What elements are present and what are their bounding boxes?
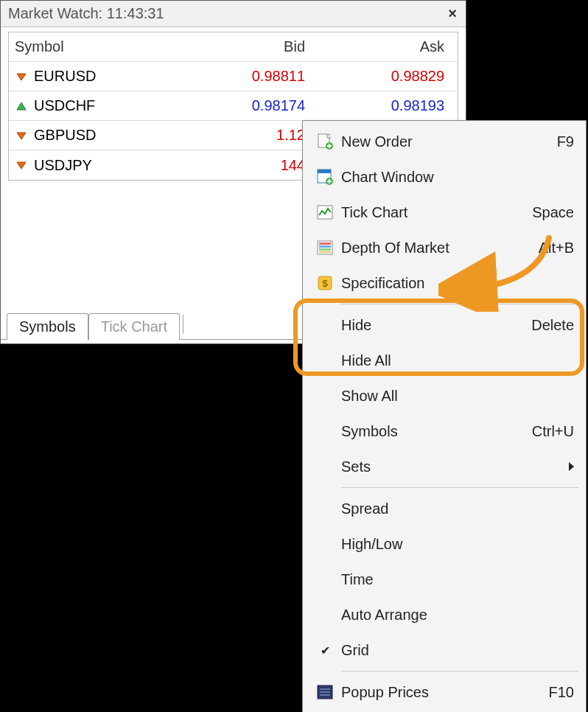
menu-label: Chart Window: [341, 169, 574, 186]
menu-hide[interactable]: Hide Delete: [304, 307, 584, 343]
menu-high-low[interactable]: High/Low: [304, 526, 584, 562]
header-bid[interactable]: Bid: [171, 38, 318, 55]
menu-shortcut: Ctrl+U: [532, 423, 574, 440]
symbol-label: EURUSD: [34, 68, 96, 85]
bid-value: 144: [171, 157, 318, 174]
svg-rect-7: [318, 170, 331, 173]
menu-show-all[interactable]: Show All: [304, 378, 584, 413]
menu-specification[interactable]: $ Specification: [304, 265, 584, 301]
checkmark-icon: ✔: [309, 643, 341, 657]
bid-value: 1.12: [171, 127, 318, 144]
header-ask[interactable]: Ask: [318, 38, 458, 55]
tab-bar: Symbols Tick Chart: [7, 310, 186, 339]
menu-label: New Order: [341, 133, 557, 150]
menu-label: Tick Chart: [341, 204, 532, 221]
menu-tick-chart[interactable]: Tick Chart Space: [304, 195, 584, 230]
svg-marker-0: [17, 74, 26, 80]
new-order-icon: [309, 133, 341, 150]
menu-label: Sets: [341, 458, 563, 475]
titlebar: Market Watch: 11:43:31 ×: [1, 1, 466, 27]
tab-symbols[interactable]: Symbols: [7, 313, 88, 340]
table-header: Symbol Bid Ask: [9, 32, 458, 62]
chart-window-icon: [309, 168, 341, 186]
context-menu: New Order F9 Chart Window Tick Chart Spa…: [302, 120, 587, 712]
menu-hide-all[interactable]: Hide All: [304, 343, 584, 378]
header-symbol[interactable]: Symbol: [9, 38, 171, 55]
svg-rect-14: [319, 251, 331, 253]
symbol-label: USDJPY: [34, 157, 92, 174]
svg-rect-13: [319, 248, 331, 251]
bid-value: 0.98811: [171, 68, 318, 85]
symbol-label: GBPUSD: [34, 127, 96, 144]
menu-label: Time: [341, 571, 574, 588]
menu-label: Show All: [341, 388, 574, 405]
menu-popup-prices[interactable]: Popup Prices F10: [304, 674, 584, 710]
svg-text:$: $: [322, 278, 328, 289]
svg-marker-3: [17, 162, 26, 169]
panel-title: Market Watch: 11:43:31: [8, 5, 164, 22]
menu-label: Spread: [341, 500, 574, 517]
ask-value: 0.98193: [318, 97, 458, 114]
close-icon[interactable]: ×: [445, 5, 460, 22]
table-row[interactable]: EURUSD 0.98811 0.98829: [9, 62, 458, 91]
arrow-down-icon: [15, 129, 28, 142]
menu-shortcut: F10: [549, 684, 574, 701]
menu-label: Auto Arrange: [341, 607, 574, 624]
arrow-down-icon: [15, 70, 28, 83]
menu-label: High/Low: [341, 536, 574, 553]
svg-rect-12: [319, 245, 331, 248]
tick-chart-icon: [309, 203, 341, 221]
menu-shortcut: Delete: [531, 317, 574, 334]
svg-marker-1: [17, 102, 26, 110]
menu-separator: [341, 304, 578, 304]
menu-shortcut: F9: [557, 133, 574, 150]
menu-grid[interactable]: ✔ Grid: [304, 632, 584, 668]
arrow-down-icon: [15, 158, 28, 172]
tab-separator: [183, 315, 183, 334]
menu-auto-arrange[interactable]: Auto Arrange: [304, 597, 584, 632]
table-row[interactable]: USDCHF 0.98174 0.98193: [9, 91, 458, 121]
menu-new-order[interactable]: New Order F9: [304, 124, 584, 159]
menu-label: Grid: [341, 642, 574, 659]
svg-rect-11: [319, 242, 331, 245]
menu-label: Popup Prices: [341, 684, 549, 701]
menu-label: Hide All: [341, 352, 574, 369]
ask-value: 0.98829: [318, 68, 458, 85]
popup-prices-icon: [309, 683, 341, 701]
arrow-up-icon: [15, 100, 28, 113]
menu-spread[interactable]: Spread: [304, 491, 584, 526]
menu-chart-window[interactable]: Chart Window: [304, 159, 584, 195]
menu-separator: [341, 671, 578, 671]
symbol-label: USDCHF: [34, 97, 95, 114]
menu-label: Depth Of Market: [341, 240, 539, 256]
menu-symbols[interactable]: Symbols Ctrl+U: [304, 413, 584, 449]
svg-marker-2: [17, 133, 26, 139]
menu-label: Hide: [341, 317, 531, 334]
menu-separator: [341, 487, 578, 488]
menu-depth-of-market[interactable]: Depth Of Market Alt+B: [304, 230, 584, 265]
menu-sets[interactable]: Sets: [304, 449, 584, 484]
menu-shortcut: Space: [532, 204, 574, 221]
tab-tick-chart[interactable]: Tick Chart: [88, 313, 180, 340]
submenu-arrow-icon: [569, 462, 574, 471]
menu-shortcut: Alt+B: [539, 240, 574, 256]
menu-label: Specification: [341, 275, 574, 292]
depth-icon: [309, 239, 341, 256]
specification-icon: $: [309, 274, 341, 292]
bid-value: 0.98174: [171, 97, 318, 114]
menu-time[interactable]: Time: [304, 562, 584, 597]
menu-label: Symbols: [341, 423, 532, 440]
